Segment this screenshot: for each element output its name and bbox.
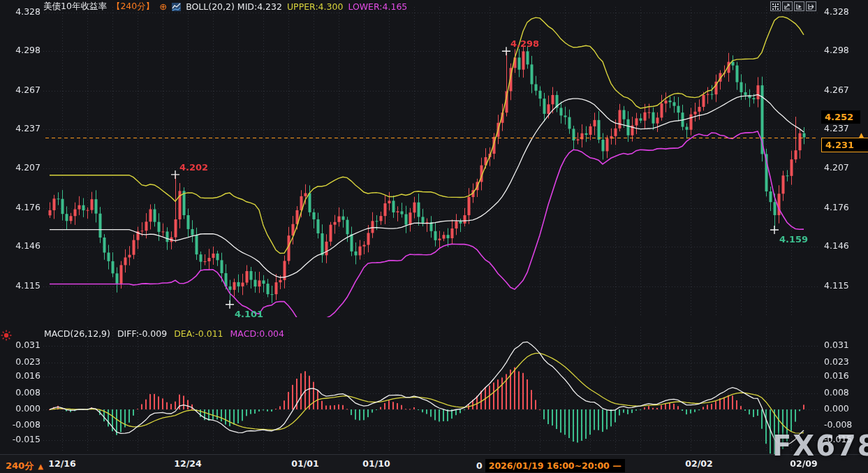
date-axis-label: 01/10 [362, 460, 390, 469]
symbol-title: 美债10年收益率 [43, 1, 107, 13]
chart-app: { "header": { "title": "美债10年收益率", "time… [0, 0, 868, 473]
macd-axis-label-left: 0.000 [1, 405, 41, 414]
price-axis-label-right: 4.176 [824, 203, 849, 212]
price-axis-label-right: 4.115 [824, 282, 849, 291]
export-tool-button[interactable] [806, 1, 816, 11]
macd-axis-label-right: 0.023 [824, 358, 849, 367]
macd-axis-label-right: 0.008 [824, 388, 849, 398]
crosshair-icon [772, 3, 779, 10]
reference-price-badge: 4.252 [821, 110, 860, 124]
date-axis-label: 02/02 [685, 460, 712, 469]
price-axis-label-right: 4.237 [824, 124, 849, 133]
price-axis-label-left: 4.115 [1, 282, 41, 291]
price-axis-label-left: 4.267 [1, 86, 41, 95]
macd-axis-label-left: 0.016 [1, 372, 41, 381]
macd-axis-label-left: -0.008 [1, 421, 41, 430]
chart-canvas[interactable] [0, 0, 868, 473]
price-axis-label-left: 4.237 [1, 124, 41, 133]
time-axis-bar: 240分 ▲ 0 2026/01/19 16:00~20:00 — [0, 454, 868, 473]
price-axis-label-left: 4.328 [1, 8, 41, 17]
macd-axis-label-left: 0.023 [1, 358, 41, 367]
date-axis-label: 01/01 [291, 460, 318, 469]
date-axis-label: 12/24 [174, 460, 201, 469]
macd-axis-label-right: 0.000 [824, 405, 849, 414]
price-axis-label-right: 4.146 [824, 242, 849, 251]
boll-label: BOLL(20,2) MID:4.232 [186, 1, 282, 12]
marker-label: 4.298 [510, 39, 539, 48]
macd-value-label: MACD:0.004 [230, 328, 284, 339]
macd-name-label: MACD(26,12,9) [44, 328, 110, 339]
macd-axis-label-right: 0.031 [824, 341, 849, 350]
price-up-arrow-icon: ▲ [859, 131, 864, 138]
timeframe-label: 【240分】 [112, 1, 154, 13]
timeframe-selector-label: 240分 [6, 460, 34, 472]
macd-axis-label-right: -0.015 [824, 435, 852, 444]
last-price-badge: 4.231 [821, 138, 868, 152]
chart-header: 美债10年收益率 【240分】 ⊕ BOLL(20,2) MID:4.232 U… [43, 1, 407, 12]
playback-tool-button[interactable] [794, 1, 804, 11]
indicator-chart-icon [172, 3, 181, 11]
boll-upper-label: UPPER:4.300 [287, 1, 343, 12]
price-axis-label-right: 4.267 [824, 86, 849, 95]
crosshair-tool-button[interactable] [770, 1, 781, 11]
boll-lower-label: LOWER:4.165 [348, 1, 407, 12]
timeframe-selector[interactable]: 240分 ▲ [6, 460, 43, 472]
crosshair-date-readout: 0 2026/01/19 16:00~20:00 — [476, 459, 625, 472]
playback-icon [796, 3, 802, 10]
marker-label: 4.159 [779, 235, 808, 244]
macd-axis-label-left: 0.008 [1, 388, 41, 398]
price-axis-label-right: 4.298 [824, 46, 849, 55]
price-axis-label-right: 4.328 [824, 8, 849, 17]
marker-label: 4.101 [235, 310, 263, 319]
marker-label: 4.202 [179, 163, 208, 172]
macd-diff-label: DIFF:-0.009 [117, 328, 167, 339]
export-icon [808, 3, 814, 10]
date-axis-label: 02/09 [790, 460, 817, 469]
macd-axis-label-left: -0.015 [1, 435, 41, 444]
macd-dea-label: DEA:-0.011 [174, 328, 223, 339]
fit-chart-icon [784, 3, 790, 10]
macd-axis-label-right: -0.008 [824, 421, 852, 430]
add-indicator-button[interactable]: ⊕ [159, 1, 167, 12]
price-axis-label-left: 4.207 [1, 163, 41, 173]
readout-range: 2026/01/19 16:00~20:00 — [485, 459, 625, 472]
date-axis-label: 12/16 [48, 460, 75, 469]
fit-chart-tool-button[interactable] [782, 1, 793, 11]
macd-axis-label-left: 0.031 [1, 341, 41, 350]
timeframe-up-arrow-icon: ▲ [38, 463, 43, 470]
watermark: FX678 [772, 430, 868, 462]
macd-axis-label-right: 0.016 [824, 372, 849, 381]
readout-prefix: 0 [476, 460, 483, 471]
price-axis-label-left: 4.146 [1, 242, 41, 251]
chart-toolbar [770, 1, 816, 11]
price-axis-label-left: 4.176 [1, 203, 41, 212]
macd-header: MACD(26,12,9) DIFF:-0.009 DEA:-0.011 MAC… [44, 328, 284, 339]
price-axis-label-left: 4.298 [1, 46, 41, 55]
price-axis-label-right: 4.207 [824, 163, 849, 173]
